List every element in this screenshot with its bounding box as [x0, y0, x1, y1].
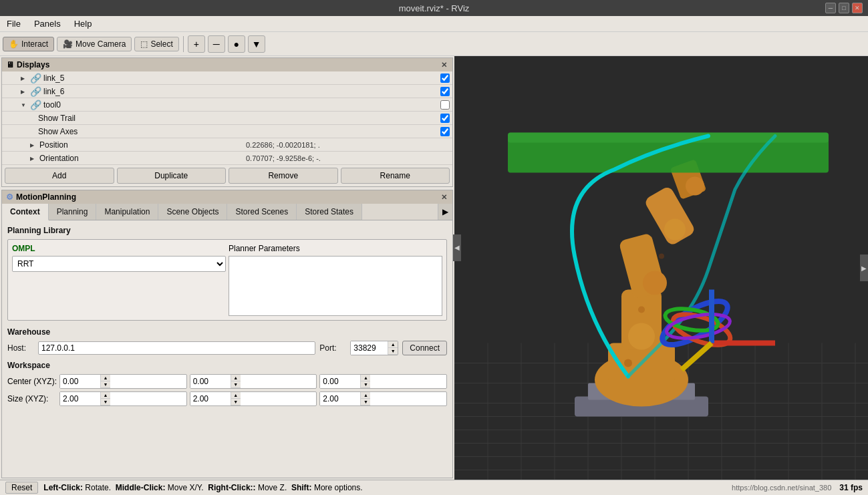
- port-down-button[interactable]: ▼: [388, 348, 398, 355]
- size-z-spinner: ▲ ▼: [319, 391, 447, 406]
- center-z-up[interactable]: ▲: [361, 375, 370, 381]
- display-row-link5[interactable]: 🔗 link_5: [2, 71, 452, 85]
- tabs-scroll-right[interactable]: ▶: [438, 204, 452, 220]
- titlebar: moveit.rviz* - RViz ─ □ ✕: [0, 0, 868, 16]
- size-z-down[interactable]: ▼: [361, 399, 370, 405]
- mp-close-button[interactable]: ✕: [439, 192, 448, 202]
- tab-stored-states[interactable]: Stored States: [297, 204, 362, 220]
- expand-tool0[interactable]: [21, 101, 30, 108]
- planner-right: Planner Parameters: [229, 244, 442, 316]
- show-axes-checkbox[interactable]: [440, 127, 450, 136]
- svg-point-43: [638, 307, 645, 313]
- select-icon: ⬚: [140, 39, 148, 49]
- center-y-input[interactable]: [190, 375, 231, 388]
- size-y-up[interactable]: ▲: [231, 392, 241, 399]
- expand-position[interactable]: [30, 141, 39, 148]
- center-y-down[interactable]: ▼: [231, 381, 241, 388]
- display-row-show-trail[interactable]: Show Trail: [2, 112, 452, 125]
- remove-button[interactable]: Remove: [229, 168, 338, 184]
- svg-point-37: [664, 219, 686, 240]
- size-x-up[interactable]: ▲: [101, 392, 110, 399]
- tab-scene-objects[interactable]: Scene Objects: [158, 204, 227, 220]
- statusbar: Reset Left-Click: Rotate. Middle-Click: …: [0, 480, 868, 495]
- ompl-label: OMPL: [12, 244, 226, 253]
- center-y-spinner: ▲ ▼: [190, 374, 317, 389]
- select-button[interactable]: ⬚ Select: [134, 37, 178, 51]
- reset-button[interactable]: Reset: [5, 482, 38, 494]
- tab-manipulation[interactable]: Manipulation: [96, 204, 158, 220]
- mp-title: MotionPlanning: [16, 192, 76, 202]
- plus-tool-button[interactable]: +: [188, 35, 205, 53]
- close-button[interactable]: ✕: [852, 3, 863, 13]
- display-row-show-axes[interactable]: Show Axes: [2, 125, 452, 138]
- port-up-button[interactable]: ▲: [388, 341, 398, 348]
- displays-close-button[interactable]: ✕: [439, 60, 448, 69]
- move-camera-button[interactable]: 🎥 Move Camera: [57, 37, 132, 51]
- toolbar: ✋ Interact 🎥 Move Camera ⬚ Select + ─ ● …: [0, 32, 868, 56]
- display-row-link6[interactable]: 🔗 link_6: [2, 85, 452, 98]
- expand-link5[interactable]: [21, 74, 30, 81]
- size-y-down[interactable]: ▼: [231, 399, 241, 405]
- select-label: Select: [150, 39, 172, 49]
- center-x-input[interactable]: [60, 375, 100, 388]
- status-right: https://blog.csdn.net/sinat_380 31 fps: [732, 483, 863, 492]
- rename-button[interactable]: Rename: [341, 168, 450, 184]
- show-trail-label: Show Trail: [38, 114, 440, 123]
- eye-tool-button[interactable]: ●: [228, 35, 245, 53]
- link6-checkbox[interactable]: [440, 87, 450, 96]
- connect-button[interactable]: Connect: [402, 341, 447, 355]
- center-z-buttons: ▲ ▼: [360, 375, 370, 388]
- center-z-input[interactable]: [320, 375, 360, 388]
- port-input[interactable]: [351, 341, 388, 355]
- menu-help[interactable]: Help: [70, 17, 96, 30]
- svg-point-42: [624, 359, 632, 367]
- tab-planning[interactable]: Planning: [49, 204, 97, 220]
- add-button[interactable]: Add: [5, 168, 114, 184]
- planning-library-title: Planning Library: [7, 226, 447, 235]
- minus-tool-button[interactable]: ─: [208, 35, 225, 53]
- center-x-down[interactable]: ▼: [101, 381, 110, 388]
- displays-panel: 🖥 Displays ✕ 🔗 link_5: [1, 57, 453, 187]
- planner-params-box: [229, 256, 442, 316]
- tab-stored-scenes[interactable]: Stored Scenes: [227, 204, 297, 220]
- center-y-up[interactable]: ▲: [231, 375, 241, 381]
- size-z-up[interactable]: ▲: [361, 392, 370, 399]
- port-spinner-buttons: ▲ ▼: [388, 341, 398, 355]
- svg-point-35: [628, 323, 655, 350]
- size-z-buttons: ▲ ▼: [360, 392, 370, 405]
- size-x-input[interactable]: [60, 392, 100, 405]
- tab-context[interactable]: Context: [2, 204, 49, 220]
- tool0-checkbox[interactable]: [440, 100, 450, 110]
- show-trail-checkbox[interactable]: [440, 114, 450, 123]
- display-row-tool0[interactable]: 🔗 tool0: [2, 98, 452, 112]
- center-z-down[interactable]: ▼: [361, 381, 370, 388]
- expand-link6[interactable]: [21, 88, 30, 95]
- planning-library-box: OMPL RRT RRTConnect PRM EST Planner Para…: [7, 239, 447, 321]
- orientation-value: 0.70707; -9.9258e-6; -.: [243, 154, 450, 162]
- display-row-orientation[interactable]: Orientation 0.70707; -9.9258e-6; -.: [2, 152, 452, 165]
- maximize-button[interactable]: □: [839, 3, 849, 13]
- center-x-up[interactable]: ▲: [101, 375, 110, 381]
- rrt-select[interactable]: RRT RRTConnect PRM EST: [12, 256, 226, 272]
- link6-label: link_6: [43, 87, 440, 96]
- minimize-button[interactable]: ─: [825, 3, 836, 13]
- right-panel-collapse-arrow[interactable]: ▶: [860, 255, 868, 281]
- toolbar-separator: [183, 36, 184, 52]
- display-row-position[interactable]: Position 0.22686; -0.0020181; .: [2, 138, 452, 152]
- dropdown-tool-button[interactable]: ▼: [248, 35, 265, 53]
- expand-orientation[interactable]: [30, 154, 39, 162]
- host-input[interactable]: [38, 341, 315, 355]
- size-y-input[interactable]: [190, 392, 231, 405]
- size-x-down[interactable]: ▼: [101, 399, 110, 405]
- menu-file[interactable]: File: [3, 17, 25, 30]
- scene-canvas[interactable]: [454, 56, 868, 480]
- menu-panels[interactable]: Panels: [30, 17, 65, 30]
- workspace-grid: Center (XYZ): ▲ ▼ ▲ ▼: [7, 374, 447, 406]
- link5-checkbox[interactable]: [440, 73, 450, 83]
- duplicate-button[interactable]: Duplicate: [117, 168, 227, 184]
- svg-rect-30: [508, 133, 829, 143]
- interact-button[interactable]: ✋ Interact: [3, 37, 54, 51]
- left-panel-collapse-arrow[interactable]: ◀: [453, 234, 461, 261]
- size-z-input[interactable]: [320, 392, 360, 405]
- workspace-title: Workspace: [7, 361, 447, 370]
